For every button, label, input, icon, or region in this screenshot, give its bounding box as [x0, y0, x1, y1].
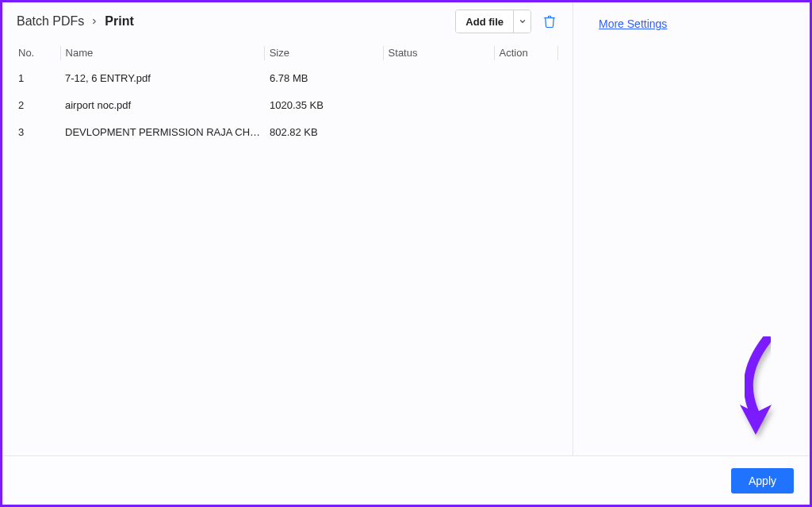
col-header-size: Size — [265, 47, 383, 59]
trash-icon[interactable] — [541, 13, 558, 30]
cell-no: 1 — [17, 72, 60, 84]
more-settings-link[interactable]: More Settings — [599, 17, 667, 30]
cell-name: airport noc.pdf — [60, 99, 265, 111]
cell-name: 7-12, 6 ENTRY.pdf — [60, 72, 265, 84]
breadcrumb: Batch PDFs Print — [17, 14, 455, 29]
breadcrumb-root[interactable]: Batch PDFs — [17, 14, 84, 29]
col-header-no: No. — [17, 47, 60, 59]
breadcrumb-current: Print — [105, 14, 133, 29]
cell-size: 802.82 KB — [265, 126, 384, 138]
col-header-action: Action — [495, 47, 557, 59]
table-body: 17-12, 6 ENTRY.pdf6.78 MB2airport noc.pd… — [2, 64, 573, 145]
cell-name: DEVLOPMENT PERMISSION RAJA CHHIT... — [60, 126, 265, 138]
table-row[interactable]: 3DEVLOPMENT PERMISSION RAJA CHHIT...802.… — [17, 118, 558, 145]
chevron-right-icon — [90, 15, 98, 28]
cell-size: 1020.35 KB — [265, 99, 384, 111]
table-header: No. Name Size Status Action — [2, 40, 573, 64]
footer-bar: Apply — [2, 455, 810, 505]
cell-no: 3 — [17, 126, 60, 138]
header-divider — [557, 46, 558, 60]
apply-button[interactable]: Apply — [731, 468, 794, 494]
col-header-status: Status — [384, 47, 494, 59]
cell-size: 6.78 MB — [265, 72, 384, 84]
col-header-name: Name — [61, 47, 264, 59]
add-file-split-button[interactable]: Add file — [455, 10, 531, 33]
add-file-dropdown[interactable] — [513, 10, 530, 33]
cell-no: 2 — [17, 99, 60, 111]
add-file-button[interactable]: Add file — [456, 10, 513, 33]
table-row[interactable]: 2airport noc.pdf1020.35 KB — [17, 91, 558, 118]
table-row[interactable]: 17-12, 6 ENTRY.pdf6.78 MB — [17, 64, 558, 91]
